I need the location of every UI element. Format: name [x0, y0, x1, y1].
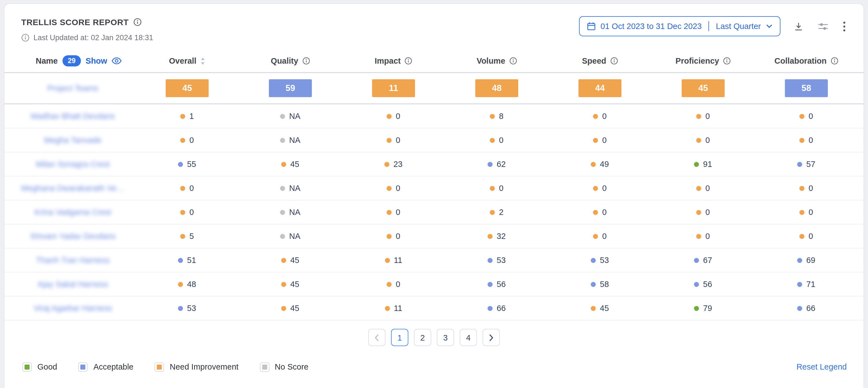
- legend-item-no-score[interactable]: No Score: [260, 362, 309, 371]
- row-name-text: Ajay Sakal Harness: [37, 280, 108, 289]
- status-dot-acceptable: [798, 282, 802, 287]
- row-name-link[interactable]: Krina Vadgama Crest: [10, 208, 135, 217]
- info-icon-impact[interactable]: [405, 57, 412, 65]
- cell-quality: 45: [239, 280, 342, 289]
- cell-overall: 53: [135, 304, 239, 312]
- cell-value: 71: [806, 280, 815, 289]
- cell-speed: 49: [548, 160, 652, 169]
- more-options-button[interactable]: [842, 20, 847, 33]
- score-badge-speed: 44: [579, 79, 621, 97]
- status-dot-acceptable: [488, 306, 493, 311]
- cell-value: 0: [189, 208, 194, 217]
- status-dot-need-improvement: [387, 114, 392, 119]
- row-name-link[interactable]: Madhav Bhatt Devdans: [10, 112, 135, 121]
- cell-value: 53: [600, 256, 609, 265]
- cell-value: 58: [600, 280, 609, 289]
- cell-value: 0: [396, 112, 400, 121]
- cell-value: 45: [290, 304, 299, 312]
- row-name-link[interactable]: Viraj Agarkar Harness: [10, 304, 135, 312]
- row-name-link[interactable]: Milan Sonagra Crest: [10, 160, 135, 169]
- summary-cell-overall: 45: [135, 79, 239, 97]
- column-settings-button[interactable]: [817, 20, 830, 32]
- legend-swatch-need-improvement: [157, 364, 162, 369]
- status-dot-no-score: [280, 210, 285, 215]
- cell-value: 45: [290, 256, 299, 265]
- pagination-page-1[interactable]: 1: [391, 329, 408, 346]
- status-dot-need-improvement: [800, 114, 805, 119]
- column-header-label-quality: Quality: [271, 56, 298, 65]
- legend-label: Good: [37, 362, 57, 371]
- sort-icon[interactable]: [200, 57, 205, 65]
- pagination-next-button[interactable]: [483, 329, 500, 346]
- table-row: Thanh Tran Harness51451153536769: [4, 248, 864, 272]
- show-names-button[interactable]: Show: [86, 56, 107, 65]
- cell-proficiency: 56: [652, 280, 755, 289]
- cell-overall: 1: [135, 112, 239, 121]
- info-icon-quality[interactable]: [302, 57, 310, 65]
- column-header-label-impact: Impact: [375, 56, 401, 65]
- summary-name-link[interactable]: Project Teams: [10, 84, 135, 93]
- info-icon-collaboration[interactable]: [830, 57, 838, 65]
- legend-item-need-improvement[interactable]: Need Improvement: [155, 362, 239, 371]
- status-dot-need-improvement: [800, 210, 805, 215]
- cell-value: 55: [187, 160, 196, 169]
- info-icon-speed[interactable]: [610, 57, 618, 65]
- legend-item-acceptable[interactable]: Acceptable: [79, 362, 133, 371]
- cell-value: NA: [289, 112, 301, 121]
- pagination-page-3[interactable]: 3: [437, 329, 454, 346]
- row-name-link[interactable]: Ajay Sakal Harness: [10, 280, 135, 289]
- cell-speed: 45: [548, 304, 652, 312]
- cell-impact: 11: [342, 304, 445, 312]
- cell-speed: 0: [548, 232, 652, 241]
- row-name-link[interactable]: Shivam Yadav Devdans: [10, 232, 135, 241]
- cell-value: 56: [497, 280, 506, 289]
- info-icon-proficiency[interactable]: [723, 57, 731, 65]
- legend-item-good[interactable]: Good: [22, 362, 57, 371]
- cell-value: 53: [187, 304, 196, 312]
- cell-overall: 5: [135, 232, 239, 241]
- toolbar: 01 Oct 2023 to 31 Dec 2023 Last Quarter: [579, 16, 847, 36]
- cell-speed: 0: [548, 184, 652, 192]
- info-icon-volume[interactable]: [509, 57, 517, 65]
- row-name-link[interactable]: Megha Tanvade: [10, 136, 135, 145]
- legend-label: Acceptable: [93, 362, 133, 371]
- column-header-label-proficiency: Proficiency: [676, 56, 719, 65]
- pagination-prev-button[interactable]: [368, 329, 385, 346]
- reset-legend-link[interactable]: Reset Legend: [796, 362, 847, 371]
- cell-proficiency: 67: [652, 256, 755, 265]
- title-info-icon[interactable]: [133, 18, 142, 26]
- summary-row: Project Teams 45591148444558: [4, 73, 864, 105]
- status-dot-acceptable: [488, 258, 493, 263]
- cell-quality: NA: [239, 184, 342, 192]
- eye-icon[interactable]: [112, 57, 122, 65]
- row-name-link[interactable]: Meghana Dwarakanath Ve…: [10, 184, 135, 192]
- status-dot-need-improvement: [384, 161, 390, 167]
- status-dot-no-score: [280, 186, 285, 191]
- column-header-impact: Impact: [342, 56, 445, 65]
- cell-quality: 45: [239, 304, 342, 312]
- status-dot-acceptable: [488, 161, 493, 167]
- row-name-text: Meghana Dwarakanath Ve…: [21, 184, 125, 192]
- column-header-overall[interactable]: Overall: [135, 56, 239, 65]
- cell-volume: 0: [445, 184, 548, 192]
- pagination-page-4[interactable]: 4: [460, 329, 477, 346]
- status-dot-no-score: [280, 234, 285, 239]
- status-dot-need-improvement: [488, 234, 493, 239]
- cell-impact: 11: [342, 256, 445, 265]
- cell-proficiency: 79: [652, 304, 755, 312]
- row-name-link[interactable]: Thanh Tran Harness: [10, 256, 135, 265]
- download-button[interactable]: [793, 20, 804, 32]
- cell-value: 0: [705, 112, 710, 121]
- cell-quality: NA: [239, 112, 342, 121]
- cell-value: NA: [289, 208, 301, 217]
- status-dot-need-improvement: [490, 138, 495, 143]
- legend-swatch-box: [22, 362, 32, 371]
- cell-value: 23: [394, 160, 402, 169]
- status-dot-need-improvement: [181, 234, 185, 239]
- status-dot-need-improvement: [593, 186, 598, 191]
- cell-value: 0: [396, 208, 400, 217]
- date-range-picker[interactable]: 01 Oct 2023 to 31 Dec 2023 Last Quarter: [579, 16, 780, 36]
- date-divider: [709, 21, 709, 31]
- legend-bar: GoodAcceptableNeed ImprovementNo Score R…: [4, 358, 864, 375]
- pagination-page-2[interactable]: 2: [414, 329, 431, 346]
